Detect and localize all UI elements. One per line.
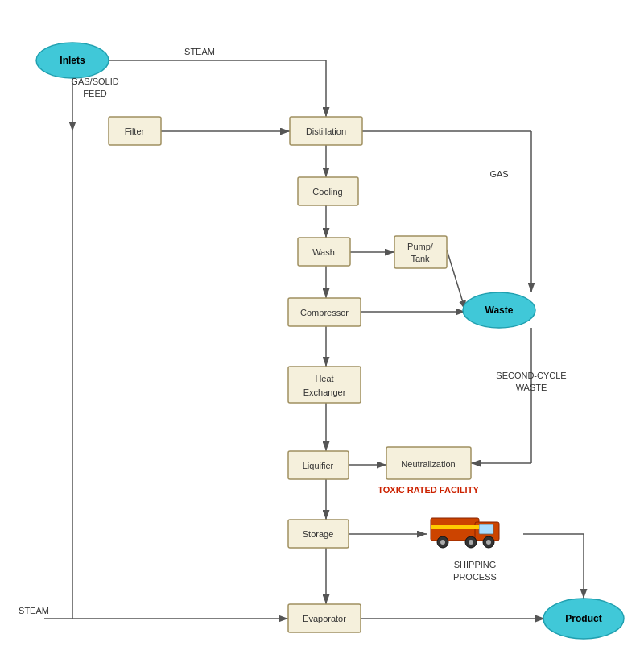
svg-rect-29 xyxy=(479,524,493,534)
cooling-label: Cooling xyxy=(312,187,342,197)
distillation-label: Distillation xyxy=(306,126,346,136)
svg-point-33 xyxy=(440,540,445,545)
wash-label: Wash xyxy=(312,247,335,257)
heat-exchanger-label2: Exchanger xyxy=(303,387,346,397)
neutralization-label: Neutralization xyxy=(401,459,455,469)
gas-solid-label2: FEED xyxy=(83,89,106,98)
second-cycle-label2: WASTE xyxy=(516,383,547,392)
svg-point-35 xyxy=(486,540,491,545)
steam-top-label: STEAM xyxy=(184,47,215,56)
process-flow-diagram: Filter Distillation Cooling Wash Pump/ T… xyxy=(0,0,644,671)
inlets-label: Inlets xyxy=(60,55,85,66)
compressor-label: Compressor xyxy=(300,308,349,317)
pump-tank-box xyxy=(394,236,447,268)
filter-label: Filter xyxy=(125,126,145,136)
pump-tank-label2: Tank xyxy=(411,254,430,263)
pump-tank-label: Pump/ xyxy=(407,242,434,251)
second-cycle-label1: SECOND-CYCLE xyxy=(496,371,566,380)
shipping-label2: PROCESS xyxy=(453,572,497,582)
svg-point-34 xyxy=(469,540,473,545)
product-label: Product xyxy=(565,613,601,624)
svg-line-12 xyxy=(447,250,465,310)
storage-label: Storage xyxy=(303,529,334,539)
toxic-rated-label: TOXIC RATED FACILITY xyxy=(378,485,479,495)
shipping-truck xyxy=(431,518,499,548)
steam-bottom-label: STEAM xyxy=(19,606,49,615)
waste-label: Waste xyxy=(485,304,514,316)
gas-label: GAS xyxy=(489,169,508,179)
evaporator-label: Evaporator xyxy=(303,614,346,623)
gas-solid-label1: GAS/SOLID xyxy=(71,77,118,86)
heat-exchanger-box xyxy=(288,367,361,403)
heat-exchanger-label1: Heat xyxy=(315,374,333,383)
shipping-label1: SHIPPING xyxy=(454,560,497,570)
liquifier-label: Liquifier xyxy=(303,461,334,470)
svg-rect-36 xyxy=(431,525,479,529)
